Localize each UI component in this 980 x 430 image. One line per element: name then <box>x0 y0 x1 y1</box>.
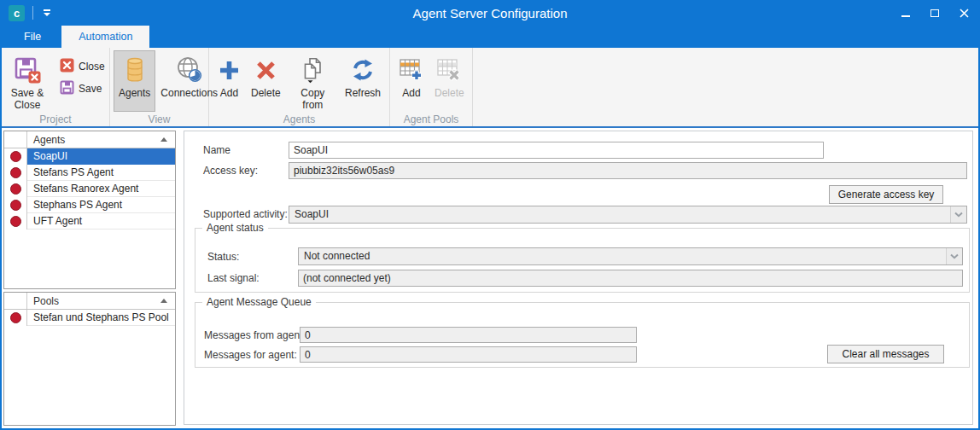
agent-row-stefans-ranorex[interactable]: Stefans Ranorex Agent <box>4 181 175 197</box>
sort-ascending-icon <box>160 137 167 142</box>
close-project-button[interactable]: Close <box>56 55 108 78</box>
ribbon-group-agents: Add Delete <box>209 48 390 126</box>
pools-header-icon-cell <box>4 293 27 309</box>
agent-status-dot-icon <box>10 151 21 162</box>
add-plus-icon <box>218 54 241 86</box>
pool-row-stefan-stephans[interactable]: Stefan und Stephans PS Pool <box>4 310 175 326</box>
agent-row-label: SoapUI <box>27 148 175 165</box>
close-button[interactable] <box>949 0 978 26</box>
app-window: c Agent Server Configuration File Automa… <box>0 0 980 430</box>
agent-copy-from-button[interactable]: Copy from <box>286 50 340 113</box>
messages-from-agent-label: Messages from agent: <box>204 327 306 344</box>
access-key-input[interactable] <box>289 162 967 179</box>
minimize-icon <box>901 15 910 17</box>
messages-for-agent-field[interactable] <box>300 346 637 363</box>
agent-status-dot-icon <box>10 183 21 195</box>
agent-status-dot-icon <box>10 216 21 227</box>
agent-icon-cell <box>4 213 27 230</box>
window-title: Agent Server Configuration <box>2 6 978 20</box>
globe-connections-icon <box>176 54 203 86</box>
agent-row-label: Stefans Ranorex Agent <box>27 181 175 197</box>
view-agents-button[interactable]: Agents <box>114 50 155 112</box>
last-signal-label: Last signal: <box>207 270 260 287</box>
pool-delete-label: Delete <box>435 87 464 99</box>
delete-x-icon <box>254 54 277 86</box>
tab-file[interactable]: File <box>10 26 55 48</box>
table-add-icon <box>399 54 424 86</box>
supported-activity-value: SoapUI <box>295 208 329 220</box>
agent-add-button[interactable]: Add <box>213 50 246 101</box>
agents-list: Agents SoapUI Stefans PS Agent Stefans R… <box>3 131 176 289</box>
ribbon-group-view: Agents Connections View <box>110 48 209 126</box>
content-area: Agents SoapUI Stefans PS Agent Stefans R… <box>2 128 978 428</box>
pools-list-header[interactable]: Pools <box>4 293 175 310</box>
pool-add-label: Add <box>402 87 420 99</box>
agent-icon-cell <box>4 148 27 165</box>
agent-refresh-label: Refresh <box>345 87 381 99</box>
group-label-project: Project <box>2 113 109 125</box>
messages-from-agent-field[interactable] <box>300 327 637 343</box>
message-queue-legend: Agent Message Queue <box>202 296 316 308</box>
app-icon[interactable]: c <box>9 5 25 21</box>
agent-detail-panel: Name Access key: Generate access key Sup… <box>184 131 973 425</box>
agent-status-groupbox: Agent status Status: Not connected Last … <box>195 228 970 293</box>
ribbon-group-project: Save & Close Close <box>2 48 110 126</box>
status-dropdown[interactable]: Not connected <box>298 247 963 265</box>
window-controls <box>891 0 978 26</box>
ribbon-tabs: File Automation <box>2 26 978 48</box>
agent-status-legend: Agent status <box>202 222 268 234</box>
save-and-close-button[interactable]: Save & Close <box>5 50 50 113</box>
chevron-down-icon[interactable] <box>946 248 962 264</box>
view-agents-label: Agents <box>119 87 150 99</box>
agents-header-icon-cell <box>4 131 27 148</box>
save-project-button[interactable]: Save <box>56 78 108 100</box>
agent-icon-cell <box>4 181 27 197</box>
pool-delete-button[interactable]: Delete <box>429 50 470 101</box>
save-close-icon <box>14 54 41 86</box>
last-signal-field[interactable] <box>298 270 963 287</box>
agent-status-dot-icon <box>10 167 21 178</box>
refresh-arrows-icon <box>351 54 375 86</box>
name-label: Name <box>203 142 230 159</box>
minimize-button[interactable] <box>891 0 920 26</box>
agent-add-label: Add <box>220 87 238 99</box>
maximize-button[interactable] <box>920 0 949 26</box>
group-label-view: View <box>110 113 208 125</box>
save-and-close-label: Save & Close <box>10 87 44 111</box>
agent-icon-cell <box>4 165 27 181</box>
pool-status-dot-icon <box>10 312 21 323</box>
supported-activity-label: Supported activity: <box>203 206 288 223</box>
pool-add-button[interactable]: Add <box>394 50 429 101</box>
agent-row-stephans-ps[interactable]: Stephans PS Agent <box>4 197 175 213</box>
agents-list-header[interactable]: Agents <box>4 131 175 148</box>
titlebar-separator <box>32 6 33 20</box>
status-label: Status: <box>207 248 239 265</box>
message-queue-groupbox: Agent Message Queue Messages from agent:… <box>195 302 970 368</box>
copy-pages-icon <box>300 54 325 86</box>
save-icon <box>60 80 74 97</box>
agent-refresh-button[interactable]: Refresh <box>340 50 386 101</box>
tab-automation[interactable]: Automation <box>61 26 149 48</box>
agent-row-label: Stefans PS Agent <box>27 165 175 181</box>
close-red-icon <box>60 58 74 75</box>
pools-header-label: Pools <box>27 295 160 307</box>
generate-access-key-button[interactable]: Generate access key <box>829 185 943 204</box>
clear-all-messages-button[interactable]: Clear all messages <box>827 345 944 363</box>
agent-delete-button[interactable]: Delete <box>246 50 286 101</box>
titlebar: c Agent Server Configuration <box>2 0 978 26</box>
table-delete-icon <box>436 54 462 86</box>
supported-activity-dropdown[interactable]: SoapUI <box>289 206 967 224</box>
save-project-label: Save <box>79 83 102 95</box>
access-key-label: Access key: <box>203 162 258 179</box>
database-icon <box>121 54 149 86</box>
agent-row-uft[interactable]: UFT Agent <box>4 213 175 230</box>
agent-row-soapui[interactable]: SoapUI <box>4 148 175 165</box>
chevron-down-icon[interactable] <box>950 206 966 223</box>
agent-row-stefans-ps[interactable]: Stefans PS Agent <box>4 165 175 181</box>
sort-ascending-icon <box>160 299 167 303</box>
quick-access-dropdown-icon[interactable] <box>41 8 53 18</box>
agent-delete-label: Delete <box>251 87 281 99</box>
maximize-icon <box>930 9 939 17</box>
name-input[interactable] <box>289 142 824 159</box>
group-label-agent-pools: Agent Pools <box>390 113 472 125</box>
